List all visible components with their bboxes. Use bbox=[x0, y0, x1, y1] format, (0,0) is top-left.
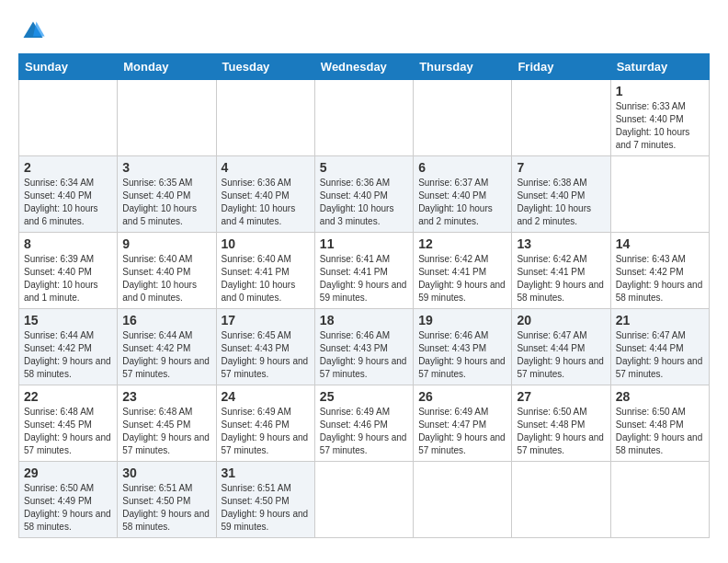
calendar-day-11: 11Sunrise: 6:41 AMSunset: 4:41 PMDayligh… bbox=[314, 233, 413, 309]
column-header-wednesday: Wednesday bbox=[314, 54, 413, 80]
calendar-table: SundayMondayTuesdayWednesdayThursdayFrid… bbox=[18, 53, 710, 538]
empty-cell bbox=[512, 80, 610, 156]
calendar-day-5: 5Sunrise: 6:36 AMSunset: 4:40 PMDaylight… bbox=[314, 156, 413, 233]
calendar-day-18: 18Sunrise: 6:46 AMSunset: 4:43 PMDayligh… bbox=[314, 309, 413, 385]
calendar-week-3: 8Sunrise: 6:39 AMSunset: 4:40 PMDaylight… bbox=[19, 233, 710, 309]
empty-cell bbox=[512, 462, 610, 538]
logo-icon bbox=[20, 18, 46, 44]
calendar-week-4: 15Sunrise: 6:44 AMSunset: 4:42 PMDayligh… bbox=[19, 309, 710, 385]
calendar-day-3: 3Sunrise: 6:35 AMSunset: 4:40 PMDaylight… bbox=[118, 156, 216, 233]
calendar-day-8: 8Sunrise: 6:39 AMSunset: 4:40 PMDaylight… bbox=[19, 233, 118, 309]
empty-cell bbox=[610, 156, 709, 233]
calendar-day-31: 31Sunrise: 6:51 AMSunset: 4:50 PMDayligh… bbox=[216, 462, 314, 538]
calendar-day-16: 16Sunrise: 6:44 AMSunset: 4:42 PMDayligh… bbox=[118, 309, 216, 385]
calendar-day-14: 14Sunrise: 6:43 AMSunset: 4:42 PMDayligh… bbox=[610, 233, 709, 309]
calendar-day-22: 22Sunrise: 6:48 AMSunset: 4:45 PMDayligh… bbox=[19, 385, 118, 462]
calendar-day-4: 4Sunrise: 6:36 AMSunset: 4:40 PMDaylight… bbox=[216, 156, 314, 233]
empty-cell bbox=[610, 462, 709, 538]
calendar-day-17: 17Sunrise: 6:45 AMSunset: 4:43 PMDayligh… bbox=[216, 309, 314, 385]
column-header-friday: Friday bbox=[512, 54, 610, 80]
calendar-day-25: 25Sunrise: 6:49 AMSunset: 4:46 PMDayligh… bbox=[314, 385, 413, 462]
calendar-day-27: 27Sunrise: 6:50 AMSunset: 4:48 PMDayligh… bbox=[512, 385, 610, 462]
calendar-day-15: 15Sunrise: 6:44 AMSunset: 4:42 PMDayligh… bbox=[19, 309, 118, 385]
calendar-day-1: 1Sunrise: 6:33 AMSunset: 4:40 PMDaylight… bbox=[610, 80, 709, 156]
page-header bbox=[18, 18, 710, 44]
calendar-day-7: 7Sunrise: 6:38 AMSunset: 4:40 PMDaylight… bbox=[512, 156, 610, 233]
empty-cell bbox=[414, 462, 512, 538]
column-header-sunday: Sunday bbox=[19, 54, 118, 80]
calendar-week-1: 1Sunrise: 6:33 AMSunset: 4:40 PMDaylight… bbox=[19, 80, 710, 156]
calendar-day-23: 23Sunrise: 6:48 AMSunset: 4:45 PMDayligh… bbox=[118, 385, 216, 462]
calendar-day-29: 29Sunrise: 6:50 AMSunset: 4:49 PMDayligh… bbox=[19, 462, 118, 538]
calendar-day-24: 24Sunrise: 6:49 AMSunset: 4:46 PMDayligh… bbox=[216, 385, 314, 462]
empty-cell bbox=[314, 80, 413, 156]
column-header-thursday: Thursday bbox=[414, 54, 512, 80]
calendar-day-20: 20Sunrise: 6:47 AMSunset: 4:44 PMDayligh… bbox=[512, 309, 610, 385]
calendar-day-19: 19Sunrise: 6:46 AMSunset: 4:43 PMDayligh… bbox=[414, 309, 512, 385]
empty-cell bbox=[19, 80, 118, 156]
empty-cell bbox=[314, 462, 413, 538]
calendar-day-28: 28Sunrise: 6:50 AMSunset: 4:48 PMDayligh… bbox=[610, 385, 709, 462]
calendar-week-2: 2Sunrise: 6:34 AMSunset: 4:40 PMDaylight… bbox=[19, 156, 710, 233]
logo bbox=[18, 18, 46, 44]
calendar-day-9: 9Sunrise: 6:40 AMSunset: 4:40 PMDaylight… bbox=[118, 233, 216, 309]
column-header-saturday: Saturday bbox=[610, 54, 709, 80]
calendar-day-26: 26Sunrise: 6:49 AMSunset: 4:47 PMDayligh… bbox=[414, 385, 512, 462]
column-header-tuesday: Tuesday bbox=[216, 54, 314, 80]
calendar-day-2: 2Sunrise: 6:34 AMSunset: 4:40 PMDaylight… bbox=[19, 156, 118, 233]
calendar-day-12: 12Sunrise: 6:42 AMSunset: 4:41 PMDayligh… bbox=[414, 233, 512, 309]
calendar-day-30: 30Sunrise: 6:51 AMSunset: 4:50 PMDayligh… bbox=[118, 462, 216, 538]
calendar-header-row: SundayMondayTuesdayWednesdayThursdayFrid… bbox=[19, 54, 710, 80]
empty-cell bbox=[118, 80, 216, 156]
calendar-day-21: 21Sunrise: 6:47 AMSunset: 4:44 PMDayligh… bbox=[610, 309, 709, 385]
calendar-day-13: 13Sunrise: 6:42 AMSunset: 4:41 PMDayligh… bbox=[512, 233, 610, 309]
empty-cell bbox=[414, 80, 512, 156]
calendar-week-6: 29Sunrise: 6:50 AMSunset: 4:49 PMDayligh… bbox=[19, 462, 710, 538]
column-header-monday: Monday bbox=[118, 54, 216, 80]
calendar-week-5: 22Sunrise: 6:48 AMSunset: 4:45 PMDayligh… bbox=[19, 385, 710, 462]
calendar-day-10: 10Sunrise: 6:40 AMSunset: 4:41 PMDayligh… bbox=[216, 233, 314, 309]
empty-cell bbox=[216, 80, 314, 156]
calendar-day-6: 6Sunrise: 6:37 AMSunset: 4:40 PMDaylight… bbox=[414, 156, 512, 233]
